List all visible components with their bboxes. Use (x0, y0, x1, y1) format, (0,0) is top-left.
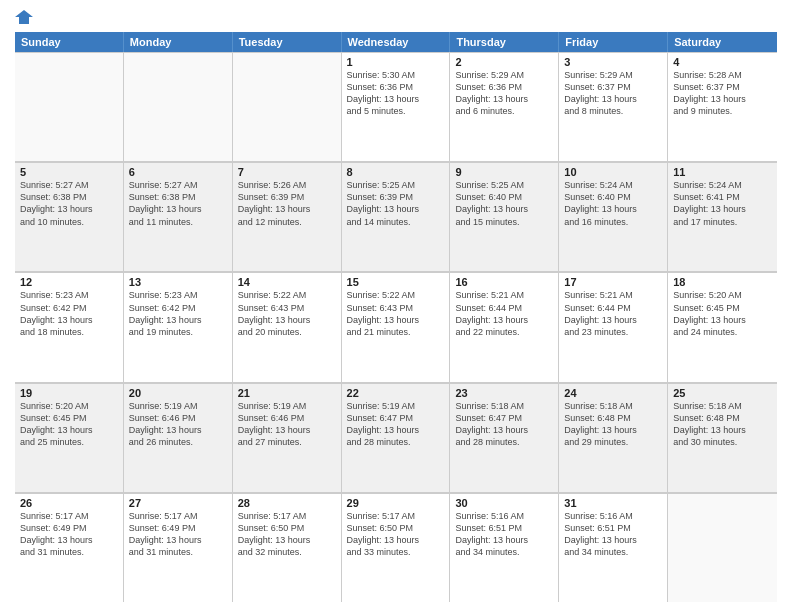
day-number: 6 (129, 166, 227, 178)
calendar-row-4: 19Sunrise: 5:20 AM Sunset: 6:45 PM Dayli… (15, 383, 777, 493)
day-info: Sunrise: 5:22 AM Sunset: 6:43 PM Dayligh… (238, 289, 336, 338)
day-number: 29 (347, 497, 445, 509)
day-cell-20: 20Sunrise: 5:19 AM Sunset: 6:46 PM Dayli… (124, 383, 233, 492)
day-number: 19 (20, 387, 118, 399)
day-cell-1: 1Sunrise: 5:30 AM Sunset: 6:36 PM Daylig… (342, 52, 451, 161)
day-cell-13: 13Sunrise: 5:23 AM Sunset: 6:42 PM Dayli… (124, 272, 233, 381)
day-number: 25 (673, 387, 772, 399)
day-cell-5: 5Sunrise: 5:27 AM Sunset: 6:38 PM Daylig… (15, 162, 124, 271)
day-cell-23: 23Sunrise: 5:18 AM Sunset: 6:47 PM Dayli… (450, 383, 559, 492)
day-info: Sunrise: 5:19 AM Sunset: 6:46 PM Dayligh… (238, 400, 336, 449)
day-info: Sunrise: 5:27 AM Sunset: 6:38 PM Dayligh… (20, 179, 118, 228)
day-cell-14: 14Sunrise: 5:22 AM Sunset: 6:43 PM Dayli… (233, 272, 342, 381)
day-cell-12: 12Sunrise: 5:23 AM Sunset: 6:42 PM Dayli… (15, 272, 124, 381)
day-cell-29: 29Sunrise: 5:17 AM Sunset: 6:50 PM Dayli… (342, 493, 451, 602)
day-cell-21: 21Sunrise: 5:19 AM Sunset: 6:46 PM Dayli… (233, 383, 342, 492)
empty-cell (668, 493, 777, 602)
day-cell-28: 28Sunrise: 5:17 AM Sunset: 6:50 PM Dayli… (233, 493, 342, 602)
day-number: 18 (673, 276, 772, 288)
day-info: Sunrise: 5:17 AM Sunset: 6:50 PM Dayligh… (347, 510, 445, 559)
day-info: Sunrise: 5:16 AM Sunset: 6:51 PM Dayligh… (455, 510, 553, 559)
day-cell-30: 30Sunrise: 5:16 AM Sunset: 6:51 PM Dayli… (450, 493, 559, 602)
day-info: Sunrise: 5:25 AM Sunset: 6:39 PM Dayligh… (347, 179, 445, 228)
day-info: Sunrise: 5:18 AM Sunset: 6:48 PM Dayligh… (564, 400, 662, 449)
day-number: 5 (20, 166, 118, 178)
calendar-row-5: 26Sunrise: 5:17 AM Sunset: 6:49 PM Dayli… (15, 493, 777, 602)
day-cell-31: 31Sunrise: 5:16 AM Sunset: 6:51 PM Dayli… (559, 493, 668, 602)
day-cell-9: 9Sunrise: 5:25 AM Sunset: 6:40 PM Daylig… (450, 162, 559, 271)
day-number: 9 (455, 166, 553, 178)
day-info: Sunrise: 5:27 AM Sunset: 6:38 PM Dayligh… (129, 179, 227, 228)
day-cell-18: 18Sunrise: 5:20 AM Sunset: 6:45 PM Dayli… (668, 272, 777, 381)
logo-icon (15, 10, 33, 24)
day-info: Sunrise: 5:21 AM Sunset: 6:44 PM Dayligh… (564, 289, 662, 338)
day-cell-16: 16Sunrise: 5:21 AM Sunset: 6:44 PM Dayli… (450, 272, 559, 381)
day-info: Sunrise: 5:19 AM Sunset: 6:47 PM Dayligh… (347, 400, 445, 449)
day-number: 16 (455, 276, 553, 288)
day-info: Sunrise: 5:26 AM Sunset: 6:39 PM Dayligh… (238, 179, 336, 228)
calendar-row-3: 12Sunrise: 5:23 AM Sunset: 6:42 PM Dayli… (15, 272, 777, 382)
day-cell-26: 26Sunrise: 5:17 AM Sunset: 6:49 PM Dayli… (15, 493, 124, 602)
day-header-friday: Friday (559, 32, 668, 52)
day-info: Sunrise: 5:28 AM Sunset: 6:37 PM Dayligh… (673, 69, 772, 118)
day-number: 20 (129, 387, 227, 399)
day-header-sunday: Sunday (15, 32, 124, 52)
day-info: Sunrise: 5:16 AM Sunset: 6:51 PM Dayligh… (564, 510, 662, 559)
day-number: 11 (673, 166, 772, 178)
empty-cell (124, 52, 233, 161)
page: SundayMondayTuesdayWednesdayThursdayFrid… (0, 0, 792, 612)
day-info: Sunrise: 5:24 AM Sunset: 6:40 PM Dayligh… (564, 179, 662, 228)
day-number: 28 (238, 497, 336, 509)
day-info: Sunrise: 5:20 AM Sunset: 6:45 PM Dayligh… (673, 289, 772, 338)
day-number: 22 (347, 387, 445, 399)
day-cell-25: 25Sunrise: 5:18 AM Sunset: 6:48 PM Dayli… (668, 383, 777, 492)
day-info: Sunrise: 5:17 AM Sunset: 6:49 PM Dayligh… (129, 510, 227, 559)
day-info: Sunrise: 5:21 AM Sunset: 6:44 PM Dayligh… (455, 289, 553, 338)
day-number: 27 (129, 497, 227, 509)
day-info: Sunrise: 5:20 AM Sunset: 6:45 PM Dayligh… (20, 400, 118, 449)
day-info: Sunrise: 5:17 AM Sunset: 6:49 PM Dayligh… (20, 510, 118, 559)
day-number: 14 (238, 276, 336, 288)
day-number: 3 (564, 56, 662, 68)
day-info: Sunrise: 5:17 AM Sunset: 6:50 PM Dayligh… (238, 510, 336, 559)
day-info: Sunrise: 5:24 AM Sunset: 6:41 PM Dayligh… (673, 179, 772, 228)
day-info: Sunrise: 5:23 AM Sunset: 6:42 PM Dayligh… (20, 289, 118, 338)
day-info: Sunrise: 5:29 AM Sunset: 6:36 PM Dayligh… (455, 69, 553, 118)
day-number: 15 (347, 276, 445, 288)
day-number: 8 (347, 166, 445, 178)
day-number: 10 (564, 166, 662, 178)
svg-marker-0 (15, 10, 33, 24)
day-cell-15: 15Sunrise: 5:22 AM Sunset: 6:43 PM Dayli… (342, 272, 451, 381)
day-cell-4: 4Sunrise: 5:28 AM Sunset: 6:37 PM Daylig… (668, 52, 777, 161)
day-info: Sunrise: 5:19 AM Sunset: 6:46 PM Dayligh… (129, 400, 227, 449)
day-number: 17 (564, 276, 662, 288)
day-info: Sunrise: 5:23 AM Sunset: 6:42 PM Dayligh… (129, 289, 227, 338)
day-header-thursday: Thursday (450, 32, 559, 52)
day-header-monday: Monday (124, 32, 233, 52)
day-number: 13 (129, 276, 227, 288)
day-info: Sunrise: 5:18 AM Sunset: 6:48 PM Dayligh… (673, 400, 772, 449)
calendar-body: 1Sunrise: 5:30 AM Sunset: 6:36 PM Daylig… (15, 52, 777, 602)
day-info: Sunrise: 5:25 AM Sunset: 6:40 PM Dayligh… (455, 179, 553, 228)
day-cell-8: 8Sunrise: 5:25 AM Sunset: 6:39 PM Daylig… (342, 162, 451, 271)
calendar-header: SundayMondayTuesdayWednesdayThursdayFrid… (15, 32, 777, 52)
day-number: 30 (455, 497, 553, 509)
calendar: SundayMondayTuesdayWednesdayThursdayFrid… (15, 32, 777, 602)
logo (15, 10, 35, 24)
day-number: 1 (347, 56, 445, 68)
header (15, 10, 777, 24)
day-cell-7: 7Sunrise: 5:26 AM Sunset: 6:39 PM Daylig… (233, 162, 342, 271)
day-info: Sunrise: 5:29 AM Sunset: 6:37 PM Dayligh… (564, 69, 662, 118)
day-cell-2: 2Sunrise: 5:29 AM Sunset: 6:36 PM Daylig… (450, 52, 559, 161)
day-info: Sunrise: 5:18 AM Sunset: 6:47 PM Dayligh… (455, 400, 553, 449)
day-number: 31 (564, 497, 662, 509)
day-cell-27: 27Sunrise: 5:17 AM Sunset: 6:49 PM Dayli… (124, 493, 233, 602)
day-info: Sunrise: 5:30 AM Sunset: 6:36 PM Dayligh… (347, 69, 445, 118)
day-number: 4 (673, 56, 772, 68)
day-header-tuesday: Tuesday (233, 32, 342, 52)
day-number: 12 (20, 276, 118, 288)
day-cell-19: 19Sunrise: 5:20 AM Sunset: 6:45 PM Dayli… (15, 383, 124, 492)
day-cell-11: 11Sunrise: 5:24 AM Sunset: 6:41 PM Dayli… (668, 162, 777, 271)
day-number: 24 (564, 387, 662, 399)
day-number: 23 (455, 387, 553, 399)
